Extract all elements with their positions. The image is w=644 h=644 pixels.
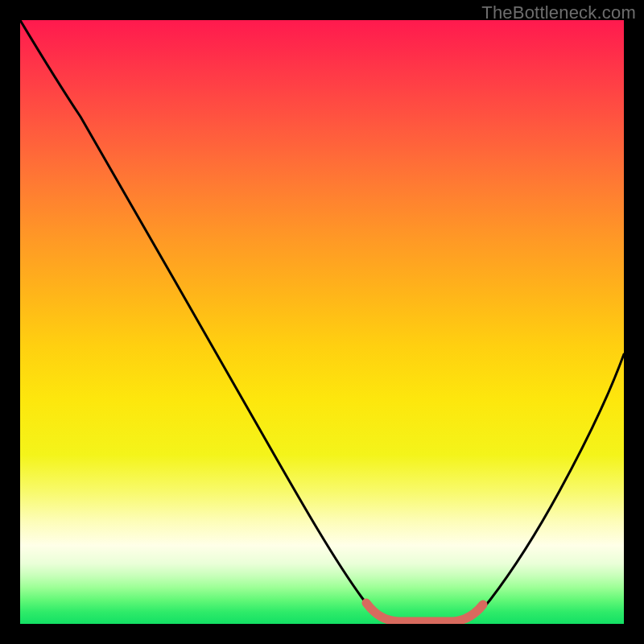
accent-segment — [366, 603, 483, 621]
chart-container: TheBottleneck.com — [0, 0, 644, 644]
curve-path — [20, 20, 624, 622]
chart-plot-area — [20, 20, 624, 624]
bottleneck-curve — [20, 20, 624, 624]
